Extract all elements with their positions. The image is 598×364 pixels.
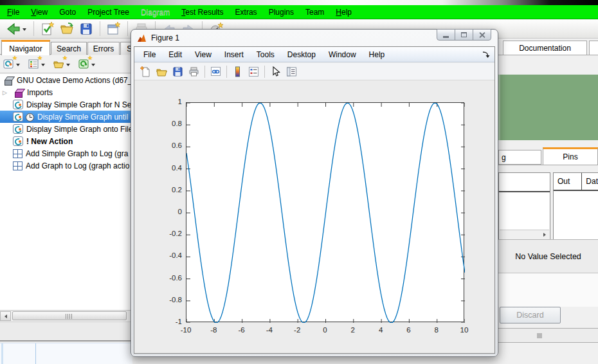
menu-file[interactable]: File (1, 6, 25, 19)
menu-help[interactable]: Help (330, 6, 358, 19)
x-tick-label: -8 (203, 326, 224, 334)
menu-bar: FileViewGotoProject TreeDiagramTest Resu… (0, 5, 598, 19)
discard-button[interactable]: Discard (500, 307, 561, 323)
navigator-toolbar (0, 55, 132, 73)
expander-icon[interactable]: ▷ (3, 89, 13, 96)
tree-item[interactable]: Display Simple Graph until (0, 111, 132, 123)
save-figure-button[interactable] (170, 64, 186, 79)
figure-menu-item[interactable]: Desktop (281, 48, 322, 61)
bottom-strip (498, 328, 598, 343)
menu-project-tree[interactable]: Project Tree (82, 6, 135, 19)
back-button[interactable] (4, 21, 30, 37)
folder-dropdown-button[interactable] (53, 59, 71, 69)
tab-search[interactable]: Search (51, 42, 87, 55)
x-tick-label: -6 (231, 326, 253, 334)
new-window-button[interactable] (104, 21, 123, 37)
new-testcase-button[interactable] (38, 21, 57, 37)
scrollbar-left-arrow[interactable] (0, 311, 11, 321)
screen: FileViewGotoProject TreeDiagramTest Resu… (0, 0, 598, 364)
background-editor-fragment (0, 343, 132, 364)
minimize-button[interactable] (437, 29, 455, 41)
content-dropdown-button[interactable] (3, 59, 21, 69)
column-header-out[interactable]: Out (554, 173, 582, 190)
menu-goto[interactable]: Goto (53, 6, 82, 19)
matlab-icon (137, 33, 147, 43)
tab-fragment[interactable] (589, 41, 598, 55)
print-figure-button[interactable] (186, 64, 202, 79)
tree-item[interactable]: Add Graph to Log (graph actio (0, 159, 132, 172)
close-button[interactable] (473, 29, 491, 41)
y-tick-label: 0.8 (158, 120, 182, 127)
tree-item[interactable]: ! New Action (0, 135, 132, 147)
menu-view[interactable]: View (25, 6, 53, 19)
y-tick-label: 1 (158, 98, 182, 105)
menu-test-results[interactable]: Test Results (176, 6, 229, 19)
tab-errors[interactable]: Errors (87, 42, 120, 55)
tab-pins-label: Pins (563, 152, 577, 161)
navigator-tree: GNU Octave Demo Actions (d67_▷ImportsDis… (0, 74, 132, 310)
divider (498, 165, 598, 165)
figure-menu-item[interactable]: View (188, 48, 218, 61)
figure-menu-item[interactable]: Edit (162, 48, 188, 61)
back-dropdown-chevron-icon[interactable] (23, 28, 26, 31)
figure-menu-item[interactable]: File (137, 48, 162, 61)
insert-colorbar-button[interactable] (230, 64, 246, 79)
action-icon (13, 112, 23, 122)
menu-team[interactable]: Team (300, 6, 330, 19)
restore-button[interactable] (455, 29, 473, 41)
tab-pins[interactable]: Pins (543, 147, 598, 165)
tree-item[interactable]: ▷Imports (0, 86, 132, 98)
new-figure-button[interactable] (138, 64, 154, 79)
steplist-dropdown-button[interactable] (28, 59, 46, 69)
y-tick-label: -0.8 (158, 296, 182, 304)
figure-menu-item[interactable]: Window (322, 48, 363, 61)
grid-icon (13, 149, 23, 158)
tree-item[interactable]: GNU Octave Demo Actions (d67_ (0, 74, 132, 86)
navigator-footer (0, 322, 132, 341)
y-tick-label: 0 (158, 208, 182, 215)
tree-item-label: Display Simple Graph for N Se (26, 100, 131, 109)
tab-documentation[interactable]: Documentation (503, 41, 587, 55)
dock-figure-icon[interactable] (482, 51, 490, 59)
menu-plugins[interactable]: Plugins (263, 6, 300, 19)
tree-item[interactable]: Display Simple Graph for N Se (0, 98, 132, 111)
menu-extras[interactable]: Extras (230, 6, 263, 19)
tree-item[interactable]: Display Simple Graph onto File (0, 123, 132, 135)
colorbar-icon (231, 66, 244, 78)
figure-title: Figure 1 (151, 33, 179, 42)
tree-item[interactable]: Add Simple Graph to Log (gra (0, 147, 132, 159)
x-tick-label: -10 (175, 326, 197, 334)
open-project-button[interactable] (57, 21, 77, 37)
save-button[interactable] (77, 21, 96, 37)
chevron-down-icon (66, 64, 70, 66)
package-icon (3, 75, 14, 86)
menu-diagram[interactable]: Diagram (135, 6, 176, 19)
chevron-down-icon (41, 64, 45, 66)
x-tick-label: 0 (314, 326, 336, 334)
testlet-dropdown-button[interactable] (78, 59, 96, 69)
no-value-selected-text: No Value Selected (515, 252, 581, 261)
figure-titlebar[interactable]: Figure 1 (131, 30, 498, 46)
figure-menu-item[interactable]: Tools (250, 48, 281, 61)
column-header-data[interactable]: Dat (582, 173, 598, 190)
figure-window[interactable]: Figure 1 FileEditViewInsertToolsDesktopW… (131, 29, 498, 357)
navigator-panel: Navigator Search Errors St (0, 39, 132, 343)
tab-log[interactable]: g (498, 150, 541, 165)
pins-left-scrollbar[interactable] (500, 230, 549, 239)
figure-menu-item[interactable]: Insert (218, 48, 250, 61)
link-plot-button[interactable] (208, 64, 224, 79)
pins-table-header: Out Dat (554, 173, 598, 191)
property-inspector-button[interactable] (284, 64, 300, 79)
y-tick-label: -0.6 (158, 274, 182, 282)
edit-plot-button[interactable] (267, 64, 284, 79)
insert-legend-button[interactable] (246, 64, 262, 79)
tab-navigator[interactable]: Navigator (1, 40, 50, 55)
documentation-accent-block (496, 75, 598, 140)
action-icon (13, 100, 23, 109)
pins-table[interactable]: Out Dat (553, 172, 598, 241)
figure-menu-item[interactable]: Help (363, 48, 392, 61)
x-tick-label: 2 (342, 326, 364, 334)
open-file-button[interactable] (154, 64, 170, 79)
pins-left-list[interactable] (498, 172, 550, 241)
scrollbar-thumb[interactable] (12, 311, 127, 320)
